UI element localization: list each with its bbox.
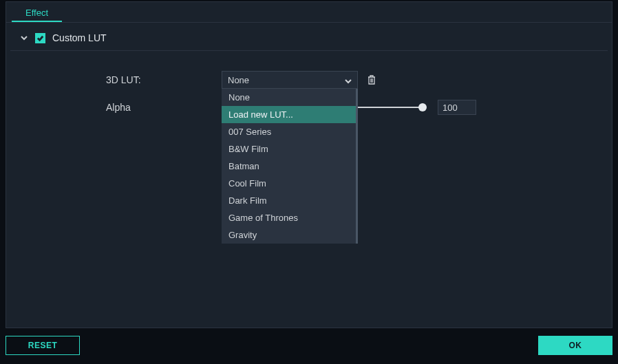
lut-option[interactable]: None: [222, 89, 356, 106]
trash-icon[interactable]: [366, 74, 377, 85]
footer: RESET OK: [6, 332, 612, 358]
lut-option[interactable]: B&W Film: [222, 140, 356, 158]
ok-button[interactable]: OK: [538, 336, 612, 355]
lut-option[interactable]: Cool Film: [222, 175, 356, 192]
section-header: Custom LUT: [10, 23, 608, 51]
lut-option[interactable]: Load new LUT...: [222, 106, 356, 123]
lut-select-wrap: None NoneLoad new LUT...007 SeriesB&W Fi…: [222, 71, 358, 89]
lut-dropdown[interactable]: NoneLoad new LUT...007 SeriesB&W FilmBat…: [222, 89, 358, 244]
lut-select-value: None: [228, 75, 249, 85]
row-alpha: Alpha: [106, 94, 612, 121]
lut-option[interactable]: 007 Series: [222, 123, 356, 140]
tab-bar: Effect: [6, 2, 612, 23]
row-3d-lut: 3D LUT: None NoneLoad new LUT...007 Seri…: [106, 66, 612, 94]
label-3d-lut: 3D LUT:: [106, 74, 222, 85]
lut-option[interactable]: Dark Film: [222, 192, 356, 209]
chevron-down-icon: [345, 76, 352, 83]
lut-select[interactable]: None: [222, 71, 358, 89]
effect-panel: Effect Custom LUT 3D LUT: None NoneLoad …: [6, 1, 612, 328]
section-title: Custom LUT: [52, 32, 107, 43]
form-area: 3D LUT: None NoneLoad new LUT...007 Seri…: [6, 51, 612, 121]
reset-button[interactable]: RESET: [6, 336, 80, 355]
alpha-slider-thumb[interactable]: [418, 103, 427, 111]
custom-lut-checkbox[interactable]: [35, 33, 45, 43]
chevron-down-icon[interactable]: [20, 34, 28, 42]
lut-option[interactable]: Batman: [222, 158, 356, 175]
lut-option[interactable]: Gravity: [222, 226, 356, 244]
label-alpha: Alpha: [106, 102, 222, 113]
alpha-input[interactable]: [438, 100, 476, 115]
tab-effect[interactable]: Effect: [12, 2, 62, 22]
lut-option[interactable]: Game of Thrones: [222, 209, 356, 226]
